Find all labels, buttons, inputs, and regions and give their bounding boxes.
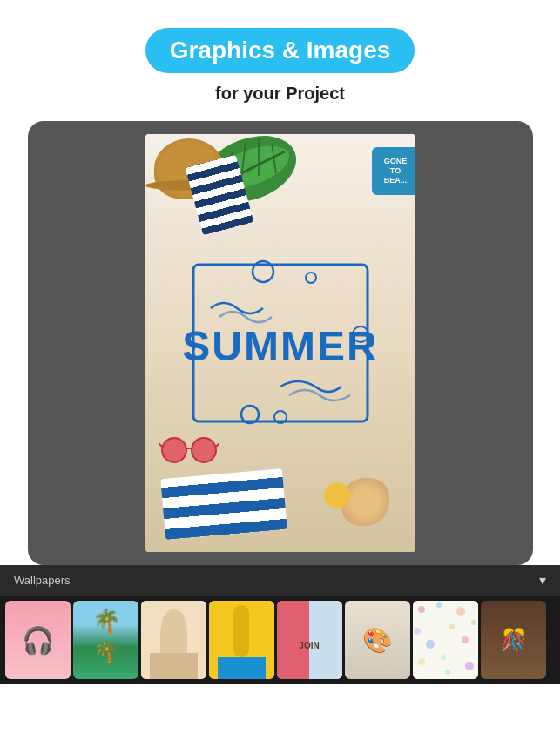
- dark-food-icon: 🎊: [481, 601, 546, 679]
- palm-icon: 🌴: [73, 601, 138, 635]
- svg-rect-23: [233, 605, 249, 657]
- svg-point-31: [456, 607, 465, 616]
- chevron-down-icon[interactable]: ▾: [539, 572, 546, 589]
- title-badge: Graphics & Images: [145, 28, 415, 73]
- thumbnail-8[interactable]: 🎊: [481, 601, 546, 679]
- svg-point-32: [471, 620, 476, 625]
- yellow-shell: [324, 482, 350, 508]
- svg-point-39: [465, 662, 474, 670]
- svg-point-33: [414, 628, 421, 635]
- svg-rect-25: [277, 601, 309, 679]
- subtitle: for your Project: [215, 84, 345, 104]
- category-label: Wallpapers: [14, 574, 71, 587]
- thumbnail-1-icon: [5, 601, 71, 679]
- svg-rect-24: [218, 657, 266, 679]
- category-header[interactable]: Wallpapers ▾: [0, 565, 560, 596]
- svg-point-36: [462, 636, 469, 643]
- beach-towel: [160, 468, 287, 540]
- svg-point-37: [441, 655, 446, 660]
- summer-text-graphic: SUMMER: [176, 247, 385, 439]
- svg-text:SUMMER: SUMMER: [182, 323, 378, 369]
- bottom-panel: Wallpapers ▾ 🌴: [0, 565, 560, 684]
- tools-icon: 🎨: [345, 601, 410, 679]
- thumbnail-2[interactable]: 🌴: [73, 601, 138, 679]
- svg-text:JOIN: JOIN: [299, 641, 319, 650]
- thumbnail-6[interactable]: 🎨: [345, 601, 410, 679]
- svg-point-38: [418, 658, 425, 665]
- svg-line-18: [159, 443, 162, 447]
- arch-svg: [141, 601, 206, 679]
- svg-point-34: [449, 624, 455, 629]
- thumbnail-3[interactable]: [141, 601, 206, 679]
- svg-point-29: [418, 606, 425, 613]
- svg-rect-21: [150, 653, 198, 679]
- svg-point-35: [426, 640, 435, 649]
- dots-pattern: [413, 601, 478, 679]
- thumbnail-7[interactable]: [413, 601, 478, 679]
- svg-point-30: [436, 602, 442, 608]
- pink-red-svg: JOIN: [277, 601, 342, 679]
- svg-point-9: [306, 273, 316, 283]
- sunglasses: [159, 434, 219, 465]
- thumbnail-5[interactable]: JOINUS JOIN US: [277, 601, 342, 679]
- canvas-container: GONETOBEA...: [28, 121, 533, 565]
- svg-rect-26: [309, 601, 342, 679]
- gone-beach-sign: GONETOBEA...: [372, 147, 415, 195]
- svg-line-19: [216, 443, 219, 447]
- svg-point-16: [192, 438, 216, 462]
- header-section: Graphics & Images for your Project: [145, 0, 415, 104]
- main-title: Graphics & Images: [170, 37, 391, 64]
- svg-point-40: [445, 670, 450, 675]
- gone-sign-text: GONETOBEA...: [384, 157, 408, 185]
- thumbnail-1[interactable]: [5, 601, 71, 679]
- thumbnails-row: 🌴 JOINUS JOIN US: [0, 596, 560, 684]
- svg-point-15: [162, 438, 186, 462]
- yellow-surf-svg: [209, 601, 274, 679]
- design-canvas[interactable]: GONETOBEA...: [145, 134, 415, 552]
- thumbnail-4[interactable]: [209, 601, 274, 679]
